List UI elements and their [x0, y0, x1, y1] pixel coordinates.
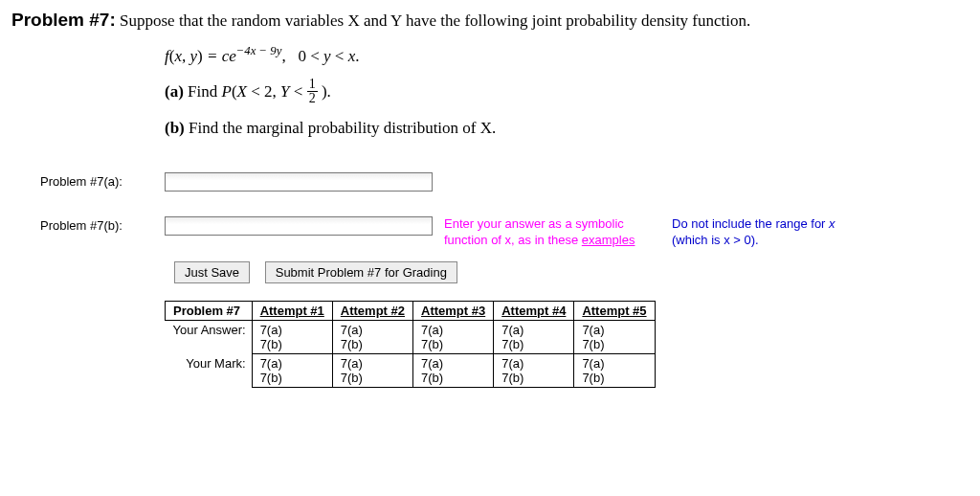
hint2-line1: Do not include the range for — [672, 216, 829, 231]
your-mark-row: Your Mark: 7(a)7(b) 7(a)7(b) 7(a)7(b) 7(… — [166, 354, 656, 388]
problem-number: Problem #7: — [11, 10, 116, 30]
just-save-button[interactable]: Just Save — [174, 261, 250, 283]
button-row: Just Save Submit Problem #7 for Grading — [174, 261, 969, 283]
attempt-col-4[interactable]: Attempt #4 — [501, 304, 566, 318]
hint-range: Do not include the range for x (which is… — [672, 216, 835, 249]
part-b-label: (b) — [165, 119, 185, 137]
table-cell: 7(a)7(b) — [494, 321, 574, 354]
label-7a: Problem #7(a): — [11, 172, 165, 189]
your-answer-row: Your Answer: 7(a)7(b) 7(a)7(b) 7(a)7(b) … — [166, 321, 656, 354]
attempt-col-2[interactable]: Attempt #2 — [341, 304, 405, 318]
part-a-label: (a) — [165, 82, 184, 101]
part-a: (a) Find P(X < 2, Y < 12 ). — [165, 79, 969, 107]
part-b-text: Find the marginal probability distributi… — [189, 119, 496, 137]
input-7a[interactable] — [165, 172, 433, 192]
table-cell: 7(a)7(b) — [494, 354, 574, 388]
problem-equation: f(x, y) = ce−4x − 9y, 0 < y < x. — [165, 44, 969, 66]
table-cell: 7(a)7(b) — [332, 321, 412, 354]
answer-block: Problem #7(a): Problem #7(b): Enter your… — [11, 172, 969, 389]
problem-parts: (a) Find P(X < 2, Y < 12 ). (b) Find the… — [165, 79, 969, 138]
attempt-col-1[interactable]: Attempt #1 — [260, 304, 324, 318]
examples-link[interactable]: examples — [582, 233, 635, 247]
table-cell: 7(a)7(b) — [413, 354, 494, 388]
attempts-header-row: Problem #7 Attempt #1 Attempt #2 Attempt… — [166, 302, 656, 321]
table-cell: 7(a)7(b) — [252, 321, 332, 354]
attempts-table: Problem #7 Attempt #1 Attempt #2 Attempt… — [165, 301, 656, 388]
attempt-col-3[interactable]: Attempt #3 — [421, 304, 485, 318]
your-answer-label: Your Answer: — [166, 321, 253, 354]
hint2-var: x — [829, 216, 835, 231]
answer-row-a: Problem #7(a): — [11, 172, 969, 192]
table-cell: 7(a)7(b) — [252, 354, 332, 388]
part-b: (b) Find the marginal probability distri… — [165, 119, 969, 138]
attempt-col-5[interactable]: Attempt #5 — [582, 304, 646, 318]
hint-symbolic: Enter your answer as a symbolic function… — [444, 216, 655, 249]
hint2-line2: (which is x > 0). — [672, 233, 759, 247]
part-a-text: Find P(X < 2, Y < 12 ). — [188, 82, 331, 101]
table-cell: 7(a)7(b) — [574, 321, 655, 354]
problem-statement: Suppose that the random variables X and … — [120, 11, 750, 30]
attempts-header-label: Problem #7 — [166, 302, 253, 321]
table-cell: 7(a)7(b) — [413, 321, 494, 354]
answer-row-b: Problem #7(b): Enter your answer as a sy… — [11, 216, 969, 249]
input-7b[interactable] — [165, 216, 433, 236]
problem-heading: Problem #7: Suppose that the random vari… — [11, 10, 969, 31]
label-7b: Problem #7(b): — [11, 216, 165, 233]
submit-button[interactable]: Submit Problem #7 for Grading — [265, 261, 457, 283]
table-cell: 7(a)7(b) — [574, 354, 655, 388]
table-cell: 7(a)7(b) — [332, 354, 412, 388]
your-mark-label: Your Mark: — [166, 354, 253, 388]
